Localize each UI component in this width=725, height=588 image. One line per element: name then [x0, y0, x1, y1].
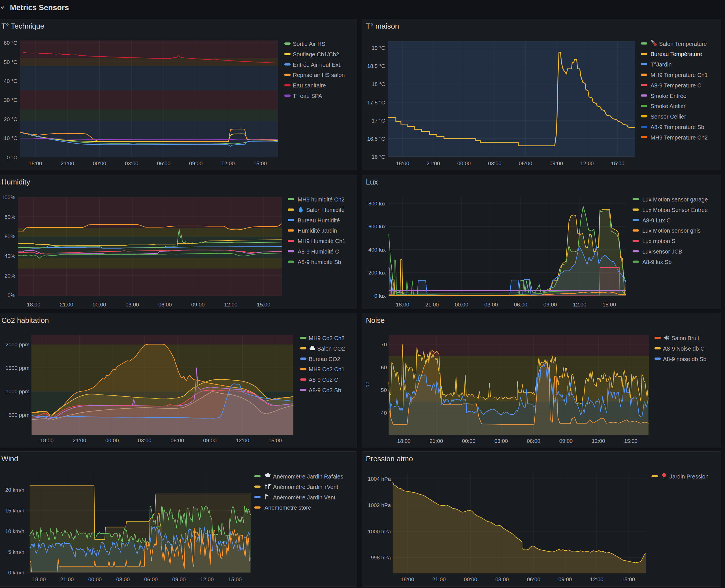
svg-text:Smoke Entrée: Smoke Entrée [650, 93, 686, 99]
svg-text:Salon Humidité: Salon Humidité [306, 207, 345, 213]
svg-text:18:00: 18:00 [32, 576, 46, 582]
svg-text:19 °C: 19 °C [371, 45, 385, 51]
svg-text:09:00: 09:00 [191, 302, 205, 308]
svg-text:A8-9 Lux C: A8-9 Lux C [642, 217, 671, 224]
svg-text:A8-9 Co2 C: A8-9 Co2 C [309, 377, 338, 383]
svg-text:60%: 60% [4, 233, 15, 239]
svg-text:00:00: 00:00 [462, 438, 476, 444]
svg-text:09:00: 09:00 [543, 302, 557, 308]
svg-text:12:00: 12:00 [590, 576, 604, 582]
svg-text:T° eau SPA: T° eau SPA [293, 93, 322, 99]
svg-text:20 km/h: 20 km/h [5, 487, 24, 493]
svg-text:15:00: 15:00 [602, 302, 616, 308]
svg-text:17.5 °C: 17.5 °C [367, 100, 385, 106]
svg-text:A8-9 noise db Sb: A8-9 noise db Sb [663, 356, 706, 362]
svg-text:0 °C: 0 °C [7, 154, 17, 161]
svg-text:800 lux: 800 lux [368, 201, 386, 207]
svg-text:03:00: 03:00 [488, 161, 502, 166]
svg-text:00:00: 00:00 [93, 161, 106, 166]
svg-text:Noise: Noise [366, 316, 385, 324]
svg-text:Lux Motion Sensor Entrée: Lux Motion Sensor Entrée [642, 207, 708, 213]
svg-text:16.5 °C: 16.5 °C [367, 136, 385, 142]
svg-text:17 °C: 17 °C [371, 118, 385, 124]
svg-text:40: 40 [381, 410, 387, 416]
svg-text:18:00: 18:00 [396, 161, 409, 166]
svg-text:21:00: 21:00 [426, 161, 440, 166]
svg-text:12:00: 12:00 [236, 438, 249, 443]
svg-text:T°Jardin: T°Jardin [650, 61, 672, 68]
svg-text:15:00: 15:00 [228, 576, 242, 582]
svg-text:00:00: 00:00 [464, 576, 478, 582]
svg-text:03:00: 03:00 [495, 438, 508, 444]
svg-text:200 lux: 200 lux [368, 270, 386, 276]
svg-text:12:00: 12:00 [221, 161, 235, 166]
svg-text:MH9 Temperature Ch1: MH9 Temperature Ch1 [650, 72, 708, 78]
svg-text:12:00: 12:00 [580, 161, 594, 166]
svg-text:Entrée Air neuf Ext.: Entrée Air neuf Ext. [293, 62, 342, 68]
svg-text:80%: 80% [4, 214, 15, 220]
svg-text:Reprise air HS salon: Reprise air HS salon [293, 72, 345, 78]
svg-text:1000 ppm: 1000 ppm [5, 388, 29, 395]
svg-text:Metrics Sensors: Metrics Sensors [10, 3, 69, 12]
svg-text:20 °C: 20 °C [4, 116, 17, 122]
svg-text:21:00: 21:00 [61, 161, 74, 166]
svg-text:21:00: 21:00 [425, 302, 439, 308]
svg-text:30 °C: 30 °C [4, 97, 17, 103]
svg-text:Bureau CO2: Bureau CO2 [309, 356, 340, 362]
svg-text:Bureau Température: Bureau Température [650, 51, 702, 57]
svg-text:600 lux: 600 lux [368, 224, 386, 230]
svg-text:18.5 °C: 18.5 °C [367, 63, 385, 69]
svg-text:MH9 humidité Ch2: MH9 humidité Ch2 [298, 196, 345, 203]
svg-text:00:00: 00:00 [105, 438, 119, 443]
svg-text:1002 hPa: 1002 hPa [368, 502, 391, 508]
svg-text:18 °C: 18 °C [371, 81, 385, 87]
svg-text:12:00: 12:00 [224, 302, 238, 308]
svg-text:MH9 Humidité Ch1: MH9 Humidité Ch1 [298, 238, 345, 244]
svg-text:2000 ppm: 2000 ppm [5, 341, 29, 348]
svg-text:A8-9 humidité Sb: A8-9 humidité Sb [298, 259, 341, 265]
svg-text:06:00: 06:00 [144, 576, 158, 582]
svg-text:00:00: 00:00 [93, 302, 106, 308]
svg-text:Wind: Wind [1, 455, 18, 463]
svg-text:03:00: 03:00 [125, 161, 139, 166]
svg-text:15:00: 15:00 [254, 161, 267, 166]
svg-text:1004 hPa: 1004 hPa [368, 476, 391, 482]
svg-text:06:00: 06:00 [527, 576, 540, 582]
svg-text:400 lux: 400 lux [368, 247, 386, 253]
svg-text:20%: 20% [4, 273, 15, 279]
svg-text:A8-9 lux Sb: A8-9 lux Sb [642, 259, 671, 265]
svg-text:12:00: 12:00 [591, 438, 605, 444]
svg-text:A8-9 Humidité C: A8-9 Humidité C [298, 248, 339, 255]
svg-text:40 °C: 40 °C [4, 78, 17, 84]
svg-text:50 °C: 50 °C [4, 59, 17, 65]
svg-text:Salon Bruit: Salon Bruit [671, 335, 699, 341]
svg-text:T° maison: T° maison [366, 22, 399, 30]
svg-text:15:00: 15:00 [611, 161, 624, 166]
svg-text:Sortie Air HS: Sortie Air HS [293, 41, 325, 47]
svg-text:21:00: 21:00 [432, 576, 446, 582]
svg-text:Lux sensor JCB: Lux sensor JCB [642, 248, 682, 255]
svg-text:Eau sanitaire: Eau sanitaire [293, 82, 326, 88]
svg-text:03:00: 03:00 [138, 438, 152, 443]
svg-text:15:00: 15:00 [268, 438, 282, 443]
svg-text:70: 70 [381, 341, 387, 348]
svg-text:1500 ppm: 1500 ppm [5, 365, 29, 371]
svg-text:03:00: 03:00 [116, 576, 130, 582]
svg-text:03:00: 03:00 [495, 576, 509, 582]
svg-text:MH9 Temperature Ch2: MH9 Temperature Ch2 [650, 134, 708, 141]
svg-text:06:00: 06:00 [527, 438, 540, 444]
svg-text:06:00: 06:00 [514, 302, 528, 308]
svg-text:06:00: 06:00 [170, 438, 184, 443]
svg-text:18:00: 18:00 [27, 302, 40, 308]
svg-text:1000 hPa: 1000 hPa [368, 529, 391, 534]
svg-text:Salon CO2: Salon CO2 [317, 345, 345, 352]
svg-text:18:00: 18:00 [40, 438, 54, 443]
svg-text:5 km/h: 5 km/h [8, 549, 24, 555]
svg-text:15:00: 15:00 [624, 438, 638, 444]
svg-text:18:00: 18:00 [396, 302, 409, 308]
svg-text:21:00: 21:00 [60, 576, 74, 582]
svg-text:12:00: 12:00 [573, 302, 586, 308]
svg-text:500 ppm: 500 ppm [8, 412, 29, 418]
svg-text:06:00: 06:00 [158, 302, 172, 308]
svg-text:06:00: 06:00 [519, 161, 532, 166]
